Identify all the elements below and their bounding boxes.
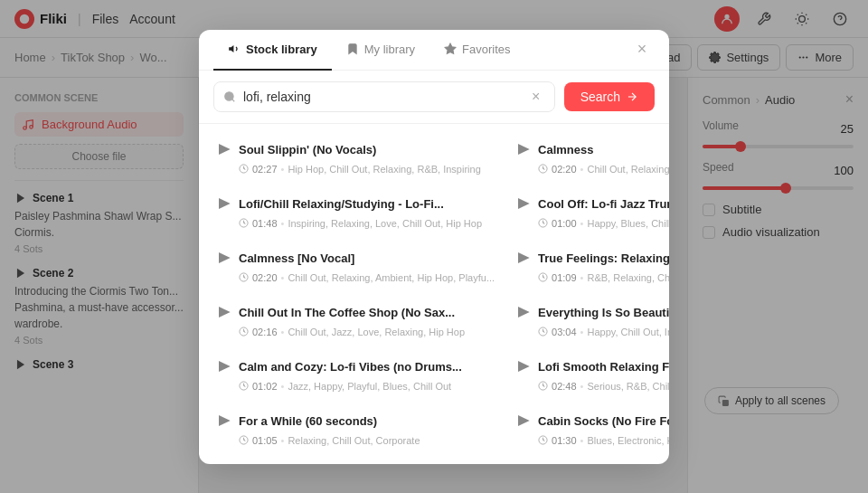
bookmark-icon <box>346 43 359 55</box>
track-name: Calm and Cozy: Lo-fi Vibes (no Drums... <box>239 360 462 375</box>
modal-overlay: Stock library My library Favorites × × <box>0 0 868 493</box>
track-item[interactable]: Calmness 02:20 • Chill Out, Relaxing, Pl… <box>507 133 669 184</box>
track-item[interactable]: Everything Is So Beautiful (No Vocal... … <box>507 296 669 346</box>
track-duration: 01:02 <box>252 381 278 392</box>
track-item[interactable]: Lofi/Chill Relaxing/Studying - Lo-Fi... … <box>208 187 504 238</box>
track-item[interactable]: Lofi Smooth Relaxing Feel 02:48 • Seriou… <box>507 350 669 401</box>
clock-icon <box>239 218 249 228</box>
track-name: Cool Off: Lo-fi Jazz Trumpet (no Dru... <box>538 197 669 213</box>
svg-marker-43 <box>518 307 530 318</box>
track-play-icon <box>516 413 531 431</box>
tab-favorites[interactable]: Favorites <box>429 30 524 71</box>
track-duration: 02:27 <box>252 164 278 175</box>
track-duration: 03:04 <box>552 327 577 337</box>
svg-marker-39 <box>518 252 530 263</box>
track-name: Lofi Smooth Relaxing Feel <box>538 360 669 375</box>
track-tags: Hip Hop, Chill Out, Relaxing, R&B, Inspi… <box>288 164 480 175</box>
clock-icon <box>538 381 548 391</box>
clock-icon <box>239 435 249 445</box>
track-tags: Jazz, Happy, Playful, Blues, Chill Out <box>288 381 451 392</box>
track-tags: Chill Out, Relaxing, Playful, Hip Hop, A… <box>587 164 669 175</box>
track-tags: Inspiring, Relaxing, Love, Chill Out, Hi… <box>288 218 482 229</box>
clock-icon <box>239 272 249 282</box>
track-duration: 01:00 <box>552 218 577 229</box>
clock-icon <box>538 218 548 228</box>
track-play-icon <box>516 359 531 377</box>
track-name: Soul Slippin' (No Vocals) <box>239 143 376 158</box>
track-item[interactable]: For a While (60 seconds) 01:05 • Relaxin… <box>208 404 504 455</box>
track-duration: 02:48 <box>552 381 577 392</box>
search-input-wrap: × <box>213 81 555 112</box>
svg-marker-33 <box>219 198 231 209</box>
track-name: For a While (60 seconds) <box>239 414 377 430</box>
search-button[interactable]: Search <box>564 82 655 111</box>
track-name: Chill Out In The Coffee Shop (No Sax... <box>239 306 455 321</box>
tab-favorites-label: Favorites <box>462 43 510 56</box>
track-duration: 02:20 <box>552 164 577 175</box>
svg-marker-51 <box>518 415 530 426</box>
track-grid: Soul Slippin' (No Vocals) 02:27 • Hip Ho… <box>199 131 669 457</box>
track-item[interactable]: Cool Off: Lo-fi Jazz Trumpet (no Dru... … <box>507 187 669 238</box>
track-play-icon <box>516 305 531 323</box>
svg-marker-49 <box>219 415 231 426</box>
track-name: True Feelings: Relaxing Lofi <box>538 251 669 267</box>
modal-search-row: × Search <box>199 71 669 124</box>
track-duration: 01:05 <box>252 435 278 446</box>
track-tags: Happy, Blues, Chill Out, Relaxing, Playf… <box>587 218 669 229</box>
clock-icon <box>239 164 249 174</box>
track-tags: R&B, Relaxing, Chill Out, Love, Jazz <box>587 272 669 283</box>
modal-header: Stock library My library Favorites × <box>199 30 669 71</box>
track-tags: Happy, Chill Out, Inspiring, Relaxing, H… <box>587 327 669 337</box>
clock-icon <box>538 272 548 282</box>
search-input[interactable] <box>243 90 520 104</box>
track-tags: Chill Out, Jazz, Love, Relaxing, Hip Hop <box>288 327 465 337</box>
tab-my-label: My library <box>364 43 415 56</box>
clock-icon <box>239 381 249 391</box>
svg-marker-37 <box>219 252 231 263</box>
track-duration: 01:09 <box>552 272 577 283</box>
track-item[interactable]: Calm and Cozy: Lo-fi Vibes (no Drums... … <box>208 350 504 401</box>
track-play-icon <box>217 196 231 214</box>
svg-marker-41 <box>219 307 231 318</box>
track-play-icon <box>217 359 231 377</box>
search-icon <box>223 90 236 103</box>
track-item[interactable]: True Feelings: Relaxing Lofi 01:09 • R&B… <box>507 242 669 292</box>
svg-line-27 <box>232 99 235 101</box>
track-tags: Relaxing, Chill Out, Corporate <box>288 435 420 446</box>
track-duration: 02:16 <box>252 327 278 337</box>
svg-point-26 <box>225 91 233 100</box>
star-icon <box>444 43 457 55</box>
track-duration: 01:30 <box>552 435 577 446</box>
tab-stock-library[interactable]: Stock library <box>213 30 332 71</box>
clock-icon <box>538 435 548 445</box>
svg-marker-29 <box>219 144 231 155</box>
track-tags: Blues, Electronic, Holidays & Special Ev… <box>587 435 669 446</box>
svg-marker-47 <box>518 361 530 372</box>
search-button-label: Search <box>580 90 620 104</box>
tab-my-library[interactable]: My library <box>332 30 429 71</box>
clock-icon <box>538 327 548 337</box>
track-item[interactable]: Soul Slippin' (No Vocals) 02:27 • Hip Ho… <box>208 133 504 184</box>
track-item[interactable]: Calmness [No Vocal] 02:20 • Chill Out, R… <box>208 242 504 292</box>
audio-modal: Stock library My library Favorites × × <box>199 30 669 464</box>
track-duration: 01:48 <box>252 218 278 229</box>
modal-content: Soul Slippin' (No Vocals) 02:27 • Hip Ho… <box>199 124 669 464</box>
track-tags: Serious, R&B, Chill Out, Relaxing, Epic <box>587 381 669 392</box>
track-play-icon <box>217 413 231 431</box>
track-name: Everything Is So Beautiful (No Vocal... <box>538 306 669 321</box>
svg-marker-35 <box>518 198 530 209</box>
svg-marker-45 <box>219 361 231 372</box>
track-name: Calmness <box>538 143 593 158</box>
search-clear-button[interactable]: × <box>527 88 545 106</box>
track-play-icon <box>217 305 231 323</box>
modal-close-button[interactable]: × <box>629 37 655 62</box>
track-name: Cabin Socks (No Fire Foley) <box>538 414 669 430</box>
track-tags: Chill Out, Relaxing, Ambient, Hip Hop, P… <box>288 272 495 283</box>
svg-marker-25 <box>445 43 456 53</box>
clock-icon <box>538 164 548 174</box>
tab-stock-label: Stock library <box>246 43 317 56</box>
track-item[interactable]: Chill Out In The Coffee Shop (No Sax... … <box>208 296 504 346</box>
track-name: Lofi/Chill Relaxing/Studying - Lo-Fi... <box>239 197 444 213</box>
svg-marker-31 <box>518 144 530 155</box>
track-item[interactable]: Cabin Socks (No Fire Foley) 01:30 • Blue… <box>507 404 669 455</box>
